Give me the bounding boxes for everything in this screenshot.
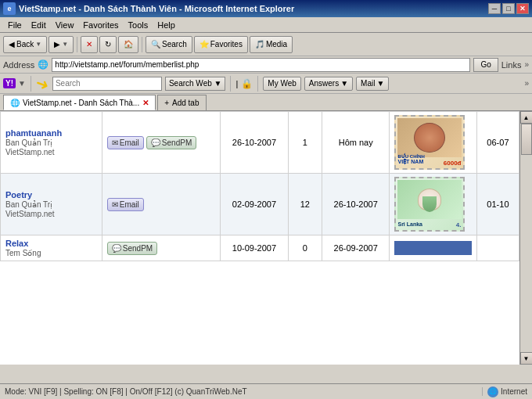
menu-file[interactable]: File [3,19,27,31]
stamp-title: BƯU CHÍNH [397,153,424,159]
table-row: phamtuananh Ban Quản Trị VietStamp.net ✉… [1,112,519,174]
member-actions-cell: ✉ Email [102,174,220,235]
stamp-cell: BƯU CHÍNH VIỆT NAM 6000đ [390,112,476,174]
back-button[interactable]: ◀ Back ▼ [3,36,47,53]
joined-short-cell: 06-07 [476,112,519,174]
member-role: Ban Quản Trị [5,200,52,209]
member-site: VietStamp.net [5,210,55,218]
refresh-button[interactable]: ↻ [99,36,117,53]
tab-add[interactable]: + Add tab [157,95,206,110]
status-bar: Mode: VNI [F9] | Spelling: ON [F8] | On/… [0,383,532,399]
menu-tools[interactable]: Tools [124,19,153,31]
posts-cell: 0 [288,235,322,261]
scroll-up-button[interactable]: ▲ [520,111,533,124]
pm-icon: 💬 [151,138,160,147]
yahoo-logo: Y! [3,78,16,88]
menu-edit[interactable]: Edit [27,19,51,31]
yahoo-dropdown-icon: ▼ [18,79,26,88]
joined-date-cell: 26-10-2007 [221,112,289,174]
tab-vietstamp-label: VietStamp.net - Danh Sách Thà... [23,99,139,107]
posts-cell: 12 [288,174,322,235]
yahoo-search-bar: Y! ▼ ➜ Search Web ▼ | 🔒 My Web Answers ▼… [0,74,532,94]
menu-favorites[interactable]: Favorites [78,19,123,31]
scroll-down-button[interactable]: ▼ [520,352,533,365]
bar-expand-icon[interactable]: » [524,79,529,88]
forward-dropdown-icon: ▼ [62,41,68,48]
email-button[interactable]: ✉ Email [107,136,144,149]
content-area: phamtuananh Ban Quản Trị VietStamp.net ✉… [0,111,532,365]
address-input[interactable] [52,58,470,72]
maximize-button[interactable]: □ [502,3,515,14]
last-active-cell: 26-10-2007 [322,174,390,235]
last-active-cell: Hôm nay [322,112,390,174]
search-icon: 🔍 [151,40,160,49]
address-page-icon: 🌐 [38,59,49,70]
sendpm-button[interactable]: 💬 SendPM [146,136,196,149]
back-icon: ◀ [9,40,15,49]
favorites-button[interactable]: ⭐ Favorites [194,36,248,53]
search-separator [230,76,231,92]
member-role: Tem Sống [5,249,41,257]
refresh-icon: ↻ [105,40,111,49]
yellow-arrow-icon: ➜ [33,72,52,94]
title-bar: e VietStamp.net - Danh Sách Thành Viên -… [0,0,532,17]
member-info-cell: Poetry Ban Quản Trị VietStamp.net [1,174,102,235]
search-web-button[interactable]: Search Web ▼ [165,77,226,91]
stamp-country-label: Sri Lanka [397,221,422,227]
member-role: Ban Quản Trị [5,138,52,147]
email-icon: ✉ [112,200,118,209]
joined-short-cell: 01-10 [476,174,519,235]
separator-2 [142,37,142,52]
home-icon: 🏠 [124,40,133,49]
search-label: Search [162,40,187,49]
forward-icon: ▶ [54,40,60,49]
menu-bar: File Edit View Favorites Tools Help [0,17,532,33]
member-name-link[interactable]: Relax [5,239,28,248]
sendpm-button[interactable]: 💬 SendPM [107,242,157,255]
media-button[interactable]: 🎵 Media [250,36,293,53]
table-row: Poetry Ban Quản Trị VietStamp.net ✉ Emai… [1,174,519,235]
search-button[interactable]: 🔍 Search [146,36,192,53]
links-label: Links [501,60,522,70]
yahoo-search-input[interactable] [52,77,162,91]
minimize-button[interactable]: ─ [488,3,501,14]
email-button[interactable]: ✉ Email [107,198,144,211]
answers-button[interactable]: Answers ▼ [304,77,353,91]
tab-close-icon[interactable]: ✕ [142,99,149,107]
close-button[interactable]: ✕ [516,3,529,14]
tab-vietstamp[interactable]: 🌐 VietStamp.net - Danh Sách Thà... ✕ [3,95,156,110]
zone-label: Internet [501,387,527,396]
forward-button[interactable]: ▶ ▼ [49,36,74,53]
address-label: Address [3,60,34,70]
yahoo-separator [31,76,31,92]
member-name-link[interactable]: Poetry [5,190,32,200]
menu-help[interactable]: Help [153,19,180,31]
scroll-thumb[interactable] [521,124,532,155]
menu-view[interactable]: View [51,19,79,31]
tab-add-icon: + [164,99,169,107]
stop-button[interactable]: ✕ [81,36,98,53]
member-name-link[interactable]: phamtuananh [5,128,62,138]
member-info-cell: Relax Tem Sống [1,235,102,261]
app-icon: e [3,2,16,15]
stamp-image: Sri Lanka 4. [394,177,465,232]
go-button[interactable]: Go [473,58,498,72]
scroll-track [520,124,533,352]
home-button[interactable]: 🏠 [118,36,138,53]
tab-page-icon: 🌐 [10,99,20,107]
joined-short-cell [476,235,519,261]
myweb-button[interactable]: My Web [263,77,301,91]
zone-globe-icon: 🌐 [487,386,498,397]
star-icon: ⭐ [200,40,209,49]
joined-date-cell: 02-09-2007 [221,174,289,235]
media-label: Media [266,40,287,49]
back-label: Back [16,40,34,49]
member-actions-cell: ✉ Email 💬 SendPM [102,112,220,174]
mail-button[interactable]: Mail ▼ [356,77,389,91]
member-table: phamtuananh Ban Quản Trị VietStamp.net ✉… [0,111,519,261]
search-separator2 [257,76,258,92]
blue-bar [394,241,471,255]
table-row: Relax Tem Sống 💬 SendPM 10-09-2007 0 26-… [1,235,519,261]
lock-icon[interactable]: 🔒 [241,78,253,89]
member-info-cell: phamtuananh Ban Quản Trị VietStamp.net [1,112,102,174]
